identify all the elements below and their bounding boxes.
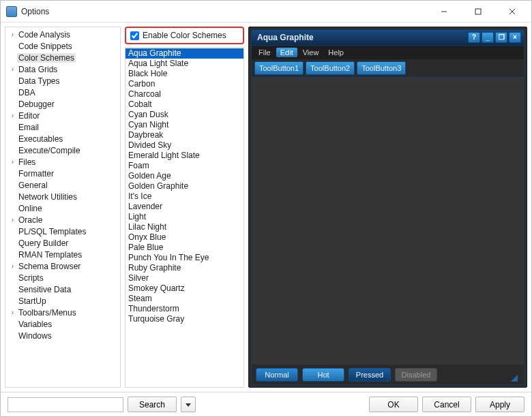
- tree-item-startup[interactable]: ›StartUp: [5, 295, 120, 307]
- scheme-item[interactable]: Black Hole: [125, 69, 243, 79]
- tree-item-label: Formatter: [17, 169, 55, 179]
- svg-rect-0: [475, 9, 481, 14]
- tree-item-debugger[interactable]: ›Debugger: [5, 98, 120, 110]
- scheme-item[interactable]: Cobalt: [125, 99, 243, 110]
- ok-button[interactable]: OK: [369, 397, 418, 412]
- preview-menu-edit[interactable]: Edit: [276, 48, 297, 57]
- tree-item-schema-browser[interactable]: ›Schema Browser: [5, 260, 120, 272]
- scheme-item[interactable]: Charcoal: [125, 89, 243, 99]
- preview-state-disabled: Disabled: [395, 368, 437, 382]
- tree-item-sensitive-data[interactable]: ›Sensitive Data: [5, 283, 120, 295]
- scheme-preview: Aqua Graphite ?_❐× FileEditViewHelp Tool…: [248, 27, 527, 388]
- tree-item-label: Network Utilities: [17, 192, 78, 202]
- tree-item-executables[interactable]: ›Executables: [5, 133, 120, 144]
- tree-item-label: Execute/Compile: [17, 146, 82, 155]
- dialog-footer: Search OK Cancel Apply: [1, 392, 531, 416]
- close-button[interactable]: [497, 2, 527, 21]
- tree-item-scripts[interactable]: ›Scripts: [5, 272, 120, 283]
- tree-item-pl-sql-templates[interactable]: ›PL/SQL Templates: [5, 226, 120, 237]
- tree-item-rman-templates[interactable]: ›RMAN Templates: [5, 249, 120, 260]
- preview-toolbutton-1[interactable]: ToolButton1: [254, 61, 304, 75]
- expand-icon: ›: [8, 263, 17, 270]
- minimize-button[interactable]: [429, 2, 459, 21]
- tree-item-label: RMAN Templates: [17, 250, 83, 260]
- tree-item-network-utilities[interactable]: ›Network Utilities: [5, 191, 120, 202]
- preview-menu-view[interactable]: View: [299, 48, 323, 57]
- enable-color-schemes-frame: Enable Color Schemes: [125, 27, 244, 44]
- preview-toolbutton-3[interactable]: ToolButton3: [357, 61, 406, 75]
- tree-item-variables[interactable]: ›Variables: [5, 318, 120, 330]
- tree-item-label: Data Grids: [17, 65, 59, 74]
- tree-item-label: Code Analysis: [17, 30, 72, 40]
- tree-item-oracle[interactable]: ›Oracle: [5, 214, 120, 226]
- scheme-item[interactable]: Aqua Graphite: [125, 48, 243, 59]
- scheme-item[interactable]: Onyx Blue: [125, 232, 243, 243]
- tree-item-execute-compile[interactable]: ›Execute/Compile: [5, 144, 120, 156]
- tree-item-query-builder[interactable]: ›Query Builder: [5, 237, 120, 249]
- scheme-item[interactable]: It's Ice: [125, 191, 243, 202]
- tree-item-email[interactable]: ›Email: [5, 121, 120, 133]
- scheme-item[interactable]: Ruby Graphite: [125, 263, 243, 273]
- preview-state-pressed[interactable]: Pressed: [349, 368, 391, 382]
- scheme-item[interactable]: Divided Sky: [125, 140, 243, 151]
- resize-grip-icon[interactable]: [510, 365, 520, 385]
- preview-menu-help[interactable]: Help: [324, 48, 348, 57]
- preview-close-button[interactable]: ×: [509, 32, 521, 43]
- scheme-item[interactable]: Cyan Dusk: [125, 110, 243, 120]
- preview-toolbar: ToolButton1ToolButton2ToolButton3: [251, 59, 524, 77]
- scheme-item[interactable]: Thunderstorm: [125, 304, 243, 314]
- scheme-item[interactable]: Aqua Light Slate: [125, 59, 243, 69]
- search-input[interactable]: [8, 397, 123, 412]
- scheme-item[interactable]: Golden Graphite: [125, 181, 243, 191]
- scheme-item[interactable]: Steam: [125, 294, 243, 304]
- preview-toolbutton-2[interactable]: ToolButton2: [306, 61, 355, 75]
- tree-item-code-analysis[interactable]: ›Code Analysis: [5, 29, 120, 40]
- scheme-item[interactable]: Cyan Night: [125, 120, 243, 130]
- scheme-item[interactable]: Lilac Night: [125, 222, 243, 232]
- tree-item-toolbars-menus[interactable]: ›Toolbars/Menus: [5, 307, 120, 318]
- scheme-item[interactable]: Foam: [125, 161, 243, 171]
- scheme-item[interactable]: Pale Blue: [125, 243, 243, 253]
- tree-item-data-grids[interactable]: ›Data Grids: [5, 63, 120, 75]
- scheme-item[interactable]: Silver: [125, 273, 243, 283]
- search-dropdown-button[interactable]: [181, 397, 196, 412]
- tree-item-code-snippets[interactable]: ›Code Snippets: [5, 40, 120, 52]
- scheme-item[interactable]: Light: [125, 212, 243, 222]
- tree-item-dba[interactable]: ›DBA: [5, 87, 120, 98]
- preview-maximize-button[interactable]: ❐: [495, 32, 507, 43]
- scheme-item[interactable]: Lavender: [125, 202, 243, 212]
- tree-item-label: Color Schemes: [17, 53, 76, 63]
- tree-item-label: Windows: [17, 331, 53, 341]
- scheme-item[interactable]: Turquoise Gray: [125, 314, 243, 324]
- scheme-item[interactable]: Emerald Light Slate: [125, 151, 243, 161]
- scheme-item[interactable]: Golden Age: [125, 171, 243, 181]
- tree-item-color-schemes[interactable]: ›Color Schemes: [5, 52, 120, 63]
- scheme-list[interactable]: Aqua GraphiteAqua Light SlateBlack HoleC…: [125, 47, 244, 388]
- tree-item-editor[interactable]: ›Editor: [5, 110, 120, 121]
- enable-color-schemes-checkbox[interactable]: [130, 31, 139, 40]
- scheme-item[interactable]: Daybreak: [125, 130, 243, 140]
- tree-item-formatter[interactable]: ›Formatter: [5, 168, 120, 179]
- preview-help-button[interactable]: ?: [468, 32, 480, 43]
- tree-item-data-types[interactable]: ›Data Types: [5, 75, 120, 87]
- tree-item-files[interactable]: ›Files: [5, 156, 120, 168]
- preview-menu-file[interactable]: File: [254, 48, 275, 57]
- window-title: Options: [21, 7, 425, 16]
- preview-state-normal[interactable]: Normal: [256, 368, 298, 382]
- preview-state-hot[interactable]: Hot: [302, 368, 344, 382]
- tree-item-general[interactable]: ›General: [5, 179, 120, 191]
- tree-item-windows[interactable]: ›Windows: [5, 330, 120, 341]
- scheme-item[interactable]: Smokey Quartz: [125, 283, 243, 294]
- scheme-item[interactable]: Carbon: [125, 79, 243, 89]
- search-button[interactable]: Search: [128, 397, 177, 412]
- maximize-button[interactable]: [463, 2, 493, 21]
- tree-item-online[interactable]: ›Online: [5, 202, 120, 214]
- tree-item-label: Email: [17, 123, 40, 132]
- category-tree[interactable]: ›Code Analysis›Code Snippets›Color Schem…: [5, 27, 121, 388]
- apply-button[interactable]: Apply: [475, 397, 524, 412]
- cancel-button[interactable]: Cancel: [422, 397, 471, 412]
- tree-item-label: Variables: [17, 320, 53, 329]
- preview-statusbar: NormalHotPressedDisabled: [251, 365, 524, 385]
- preview-minimize-button[interactable]: _: [482, 32, 494, 43]
- scheme-item[interactable]: Punch You In The Eye: [125, 253, 243, 263]
